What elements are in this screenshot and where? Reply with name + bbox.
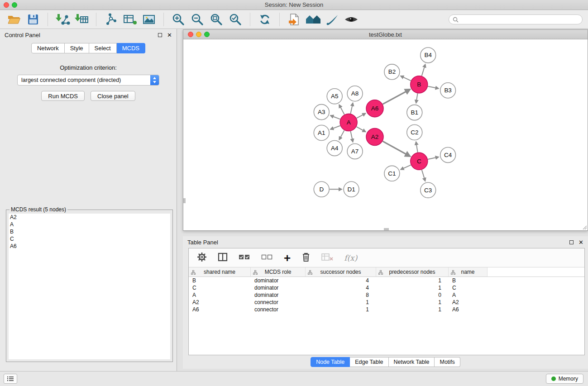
edge-A-A5[interactable]	[339, 105, 344, 114]
zoom-fit-button[interactable]	[208, 12, 225, 27]
network-minimize-button[interactable]	[196, 32, 201, 37]
edge-A-A4[interactable]	[339, 130, 344, 139]
network-table-button[interactable]	[121, 12, 139, 27]
network-graph[interactable]: B4B2BB3A5A8A6B1A3AC2A1A2A4A7C4CC1C3DD1	[183, 40, 588, 230]
table-row-a2[interactable]: A2connector11A2	[189, 299, 584, 306]
result-item-a2[interactable]: A2	[9, 214, 170, 221]
float-panel-icon[interactable]	[158, 33, 162, 37]
cell-predecessor-nodes[interactable]: 1	[376, 299, 449, 305]
tab-edge-table[interactable]: Edge Table	[350, 357, 388, 367]
cell-mcds-role[interactable]: connector	[251, 299, 306, 305]
result-item-b[interactable]: B	[9, 228, 170, 235]
cell-predecessor-nodes[interactable]: 0	[376, 292, 449, 298]
memory-button[interactable]: Memory	[546, 374, 583, 384]
network-close-button[interactable]	[188, 32, 193, 37]
cell-shared-name[interactable]: A	[189, 292, 251, 298]
edge-A6-B[interactable]	[383, 90, 410, 104]
close-window-button[interactable]	[4, 2, 9, 8]
tab-style[interactable]: Style	[65, 43, 89, 53]
cell-mcds-role[interactable]: connector	[251, 306, 306, 313]
function-builder-button[interactable]: f(x)	[344, 253, 357, 262]
edge-C-C2[interactable]	[416, 142, 417, 152]
column-header-mcds-role[interactable]: MCDS role	[251, 267, 306, 276]
delete-row-button[interactable]	[301, 252, 311, 264]
eye-button[interactable]	[343, 12, 360, 27]
edge-A2-C[interactable]	[382, 141, 409, 156]
table-row-c[interactable]: Cdominator41C	[189, 284, 584, 291]
edge-A-A7[interactable]	[350, 131, 353, 142]
style-brush-button[interactable]	[324, 12, 341, 27]
cell-successor-nodes[interactable]: 4	[306, 285, 376, 291]
cell-successor-nodes[interactable]: 4	[306, 277, 376, 284]
cell-name[interactable]: A2	[449, 299, 488, 305]
table-row-a6[interactable]: A6connector11A6	[189, 306, 584, 313]
tab-node-table[interactable]: Node Table	[311, 357, 350, 367]
deselect-all-button[interactable]	[261, 254, 273, 262]
delete-table-button[interactable]	[321, 253, 333, 263]
column-header-name[interactable]: name	[449, 267, 488, 276]
import-network-button[interactable]	[54, 12, 71, 27]
column-header-predecessor-nodes[interactable]: predecessor nodes	[376, 267, 449, 276]
network-share-button[interactable]	[102, 12, 120, 27]
cell-mcds-role[interactable]: dominator	[251, 292, 306, 298]
table-panel-close-icon[interactable]: ✕	[578, 239, 583, 245]
edge-A-A1[interactable]	[331, 126, 340, 129]
network-window-titlebar[interactable]: testGlobe.txt	[183, 30, 588, 39]
edge-C-C1[interactable]	[401, 165, 411, 170]
cell-name[interactable]: B	[449, 277, 488, 284]
result-item-a6[interactable]: A6	[9, 243, 170, 250]
zoom-selected-button[interactable]	[227, 12, 244, 27]
edge-A-A6[interactable]	[357, 114, 365, 118]
create-column-button[interactable]	[218, 253, 228, 263]
edge-B-B3[interactable]	[428, 86, 438, 89]
edge-A-A8[interactable]	[350, 103, 353, 114]
export-image-button[interactable]	[140, 12, 158, 27]
tab-network-table[interactable]: Network Table	[389, 357, 435, 367]
document-arrow-button[interactable]	[286, 12, 303, 27]
column-header-shared-name[interactable]: shared name	[189, 267, 251, 276]
close-panel-button[interactable]: Close panel	[91, 91, 135, 101]
cell-mcds-role[interactable]: dominator	[251, 285, 306, 291]
zoom-out-button[interactable]	[189, 12, 206, 27]
zoom-window-button[interactable]	[12, 2, 17, 8]
cell-name[interactable]: A6	[449, 306, 488, 313]
result-item-c[interactable]: C	[9, 235, 170, 243]
run-mcds-button[interactable]: Run MCDS	[41, 91, 85, 101]
import-table-button[interactable]	[73, 12, 90, 27]
network-canvas[interactable]: B4B2BB3A5A8A6B1A3AC2A1A2A4A7C4CC1C3DD1	[183, 40, 588, 230]
table-row-b[interactable]: Bdominator41B	[189, 277, 584, 284]
tab-network[interactable]: Network	[31, 43, 65, 53]
canvas-scrollbar-vertical[interactable]	[183, 198, 186, 203]
cell-shared-name[interactable]: C	[189, 285, 251, 291]
tab-motifs[interactable]: Motifs	[435, 357, 460, 367]
resize-grip-icon[interactable]	[582, 224, 587, 230]
select-all-button[interactable]	[239, 254, 250, 262]
add-row-button[interactable]: +	[284, 253, 291, 262]
tab-mcds[interactable]: MCDS	[117, 43, 145, 53]
canvas-scrollbar-horizontal[interactable]	[384, 228, 389, 230]
refresh-button[interactable]	[256, 12, 273, 27]
home-button[interactable]	[305, 12, 322, 27]
table-row-a[interactable]: Adominator80A	[189, 291, 584, 299]
criterion-dropdown[interactable]: largest connected component (directed)	[17, 75, 159, 86]
table-panel-float-icon[interactable]	[569, 240, 574, 244]
save-session-button[interactable]	[24, 12, 42, 27]
open-session-button[interactable]	[5, 12, 23, 27]
edge-A-A2[interactable]	[357, 127, 365, 132]
column-header-successor-nodes[interactable]: successor nodes	[306, 267, 376, 276]
cell-successor-nodes[interactable]: 8	[306, 292, 376, 298]
cell-name[interactable]: A	[449, 292, 488, 298]
zoom-in-button[interactable]	[170, 12, 187, 27]
cell-predecessor-nodes[interactable]: 1	[376, 285, 449, 291]
cell-mcds-role[interactable]: dominator	[251, 277, 306, 284]
network-zoom-button[interactable]	[204, 32, 210, 37]
tab-select[interactable]: Select	[89, 43, 117, 53]
edge-B-B4[interactable]	[422, 65, 425, 76]
cell-shared-name[interactable]: A2	[189, 299, 251, 305]
table-settings-button[interactable]	[197, 252, 207, 264]
edge-C-C4[interactable]	[428, 157, 438, 159]
edge-B-B1[interactable]	[416, 93, 417, 103]
search-field[interactable]	[449, 14, 583, 24]
cell-predecessor-nodes[interactable]: 1	[376, 277, 449, 284]
mcds-result-list[interactable]: A2ABCA6	[9, 214, 170, 359]
